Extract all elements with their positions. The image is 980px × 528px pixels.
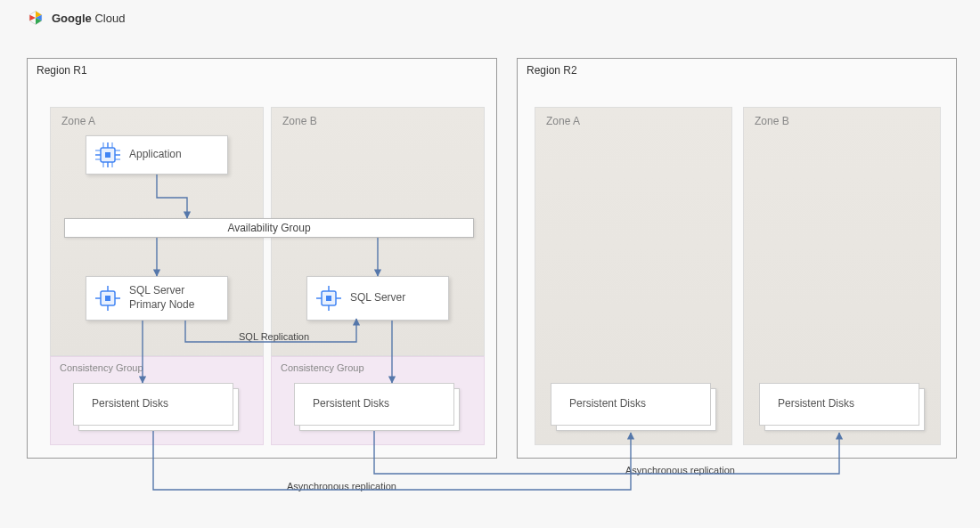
consistency-group-a-label: Consistency Group: [60, 362, 143, 373]
compute-icon: [316, 286, 341, 311]
consistency-group-b-label: Consistency Group: [281, 362, 364, 373]
zone-r2a-label: Zone A: [546, 115, 580, 127]
persistent-disks-r2b: Persistent Disks: [759, 383, 919, 426]
google-cloud-logo-icon: [27, 9, 45, 27]
persistent-disks-r1b: Persistent Disks: [294, 383, 454, 426]
persistent-disks-r1a: Persistent Disks: [73, 383, 233, 426]
page-header: Google Cloud: [27, 9, 125, 27]
zone-r1a-label: Zone A: [61, 115, 95, 127]
brand-text: Google Cloud: [52, 12, 125, 25]
zone-r1b-label: Zone B: [282, 115, 317, 127]
async-replication-label-2: Asynchronous replication: [624, 465, 737, 475]
sql-secondary-label: SQL Server: [350, 291, 405, 305]
async-replication-label-1: Asynchronous replication: [285, 481, 398, 491]
region-r2-label: Region R2: [527, 64, 577, 77]
pd-r2b-label: Persistent Disks: [778, 397, 854, 411]
availability-group: Availability Group: [64, 218, 474, 238]
zone-r2b-label: Zone B: [755, 115, 789, 127]
pd-r1b-label: Persistent Disks: [313, 397, 389, 411]
sql-server-primary: SQL ServerPrimary Node: [86, 276, 228, 321]
application-label: Application: [129, 148, 182, 162]
svg-rect-1: [105, 152, 110, 158]
sql-replication-label: SQL Replication: [237, 331, 311, 342]
compute-icon: [95, 142, 120, 167]
sql-primary-label: SQL ServerPrimary Node: [129, 284, 194, 312]
application-node: Application: [86, 135, 228, 175]
availability-group-label: Availability Group: [227, 222, 310, 234]
sql-server-secondary: SQL Server: [306, 276, 449, 321]
compute-icon: [95, 286, 120, 311]
svg-rect-21: [326, 296, 331, 301]
svg-rect-15: [105, 296, 110, 301]
region-r1-label: Region R1: [37, 64, 87, 77]
pd-r1a-label: Persistent Disks: [92, 397, 168, 411]
pd-r2a-label: Persistent Disks: [569, 397, 646, 411]
persistent-disks-r2a: Persistent Disks: [551, 383, 711, 426]
